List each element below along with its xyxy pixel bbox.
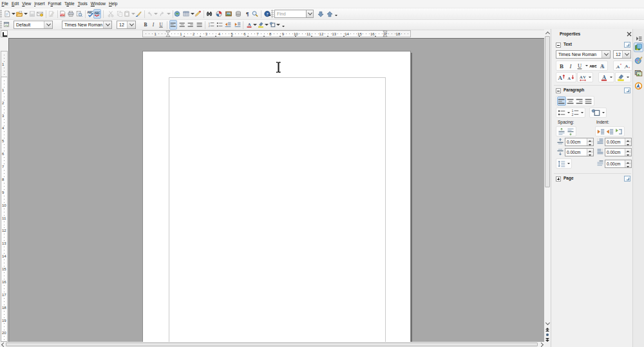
sidebar-align-justified-button[interactable] xyxy=(584,97,593,106)
paragraph-style-dropdown[interactable] xyxy=(44,21,52,28)
above-spacing-decrease[interactable] xyxy=(587,142,593,145)
font-color-button[interactable] xyxy=(245,20,253,30)
menu-view[interactable]: View xyxy=(21,0,33,8)
above-paragraph-spacing-field[interactable]: 0.00cm xyxy=(565,138,594,146)
save-button[interactable] xyxy=(28,9,36,19)
sidebar-shadow-button[interactable] xyxy=(598,61,607,70)
scroll-right-button[interactable] xyxy=(539,342,545,347)
sidebar-decrease-font-button[interactable] xyxy=(566,73,575,82)
sidebar-align-center-button[interactable] xyxy=(566,97,575,106)
sidebar-paragraph-background-button[interactable] xyxy=(591,108,601,117)
find-next-button[interactable] xyxy=(317,9,325,19)
sidebar-underline-button[interactable] xyxy=(575,61,584,70)
highlighting-button[interactable] xyxy=(257,20,265,30)
below-paragraph-spacing-field[interactable]: 0.00cm xyxy=(565,148,594,156)
menu-table[interactable]: Table xyxy=(63,0,77,8)
nonprinting-characters-button[interactable] xyxy=(243,9,251,19)
sidebar-bullet-list-dropdown[interactable] xyxy=(566,108,571,117)
text-more-options-button[interactable] xyxy=(624,42,630,48)
sidebar-character-spacing-button[interactable] xyxy=(578,73,587,82)
before-indent-decrease[interactable] xyxy=(625,142,631,145)
before-text-indent-field[interactable]: 0.00cm xyxy=(605,138,632,146)
paragraph-more-options-button[interactable] xyxy=(624,88,630,93)
vertical-scroll-thumb[interactable] xyxy=(545,36,550,187)
sidebar-align-right-button[interactable] xyxy=(575,97,584,106)
find-input[interactable]: Find xyxy=(274,10,307,18)
redo-button[interactable] xyxy=(158,9,166,19)
find-previous-button[interactable] xyxy=(326,9,334,19)
auto-spellcheck-button[interactable] xyxy=(93,9,101,19)
menu-window[interactable]: Window xyxy=(89,0,107,8)
menu-help[interactable]: Help xyxy=(107,0,118,8)
standard-toolbar-grip[interactable] xyxy=(0,10,2,18)
gallery-button[interactable] xyxy=(225,9,232,19)
first-line-indent-decrease[interactable] xyxy=(625,164,631,167)
sidebar-paragraph-background-dropdown[interactable] xyxy=(601,108,605,117)
after-indent-decrease[interactable] xyxy=(625,153,631,156)
find-and-replace-button[interactable] xyxy=(205,9,213,19)
sidebar-align-left-button[interactable] xyxy=(557,97,566,106)
page-more-options-button[interactable] xyxy=(624,176,630,182)
sidebar-line-spacing-button[interactable] xyxy=(557,159,566,168)
sidebar-tab-navigator[interactable] xyxy=(634,81,643,91)
redo-dropdown[interactable] xyxy=(166,9,171,19)
decrease-indent-button[interactable] xyxy=(224,20,232,30)
sidebar-tab-properties[interactable] xyxy=(634,42,643,52)
edit-file-button[interactable] xyxy=(48,9,55,19)
below-spacing-decrease[interactable] xyxy=(587,153,593,156)
navigator-button[interactable] xyxy=(215,9,223,19)
sidebar-line-spacing-dropdown[interactable] xyxy=(566,159,571,168)
right-indent-marker[interactable] xyxy=(383,30,388,37)
export-pdf-button[interactable] xyxy=(59,9,66,19)
format-paintbrush-button[interactable] xyxy=(135,9,142,19)
horizontal-scroll-thumb[interactable] xyxy=(6,342,538,346)
data-sources-button[interactable] xyxy=(234,9,242,19)
previous-page-button[interactable] xyxy=(544,327,551,332)
sidebar-increase-indent-button[interactable] xyxy=(596,127,605,136)
navigation-button[interactable] xyxy=(544,332,551,337)
sidebar-decrease-spacing-button[interactable] xyxy=(566,127,575,136)
first-line-indent-field[interactable]: 0.00cm xyxy=(605,160,632,168)
document-area[interactable] xyxy=(8,38,544,342)
formatting-toolbar-grip[interactable] xyxy=(0,21,2,29)
sidebar-tab-styles-and-formatting[interactable] xyxy=(634,55,643,65)
print-button[interactable] xyxy=(67,9,75,19)
sidebar-font-size-dropdown[interactable] xyxy=(622,51,630,58)
italic-button[interactable] xyxy=(149,20,157,30)
scroll-down-button[interactable] xyxy=(544,320,551,326)
scroll-up-button[interactable] xyxy=(544,30,551,36)
undo-button[interactable] xyxy=(146,9,153,19)
sidebar-font-color-button[interactable] xyxy=(600,73,609,82)
horizontal-ruler-scale[interactable]: 1123456789101112131415161718 xyxy=(9,30,544,38)
sidebar-highlighting-button[interactable] xyxy=(616,73,625,82)
font-color-dropdown[interactable] xyxy=(253,20,257,30)
next-page-button[interactable] xyxy=(544,337,551,342)
menu-format[interactable]: Format xyxy=(46,0,63,8)
align-left-button[interactable] xyxy=(169,20,177,30)
menu-tools[interactable]: Tools xyxy=(76,0,89,8)
open-dropdown[interactable] xyxy=(23,9,28,19)
new-document-dropdown[interactable] xyxy=(11,9,15,19)
show-draw-functions-button[interactable] xyxy=(194,9,202,19)
paragraph-style-combobox[interactable]: Default xyxy=(14,21,53,29)
background-color-dropdown[interactable] xyxy=(276,20,280,30)
after-text-indent-field[interactable]: 0.00cm xyxy=(605,148,632,156)
left-indent-marker[interactable] xyxy=(166,30,171,37)
menu-edit[interactable]: Edit xyxy=(10,0,21,8)
vertical-scrollbar[interactable] xyxy=(544,30,551,342)
sidebar-bold-button[interactable] xyxy=(557,61,566,70)
sidebar-bullet-list-button[interactable] xyxy=(557,108,566,117)
numbered-list-button[interactable] xyxy=(207,20,215,30)
align-center-button[interactable] xyxy=(178,20,186,30)
sidebar-character-spacing-dropdown[interactable] xyxy=(587,73,592,82)
new-document-button[interactable] xyxy=(3,9,11,19)
sidebar-font-size-combobox[interactable]: 12 xyxy=(613,50,631,59)
sidebar-strikethrough-button[interactable] xyxy=(589,61,598,70)
sidebar-highlighting-dropdown[interactable] xyxy=(625,73,630,82)
font-size-dropdown[interactable] xyxy=(127,21,135,28)
sidebar-italic-button[interactable] xyxy=(566,61,575,70)
expand-page-section-button[interactable] xyxy=(556,176,561,182)
align-right-button[interactable] xyxy=(187,20,194,30)
sidebar-superscript-button[interactable] xyxy=(614,61,623,70)
tab-stop-type-selector[interactable] xyxy=(1,30,8,37)
